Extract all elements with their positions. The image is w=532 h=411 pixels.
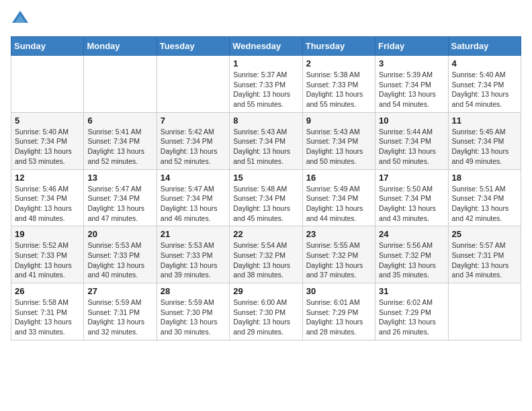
day-number: 18 (452, 173, 517, 183)
day-number: 11 (452, 116, 517, 126)
day-number: 1 (233, 58, 298, 68)
calendar-cell: 31Sunrise: 6:02 AMSunset: 7:29 PMDayligh… (375, 283, 448, 340)
day-info: Sunrise: 5:57 AMSunset: 7:31 PMDaylight:… (452, 240, 517, 280)
calendar-cell: 30Sunrise: 6:01 AMSunset: 7:29 PMDayligh… (302, 283, 375, 340)
calendar-cell: 8Sunrise: 5:43 AMSunset: 7:34 PMDaylight… (230, 112, 302, 169)
logo (11, 11, 32, 30)
calendar-cell: 7Sunrise: 5:42 AMSunset: 7:34 PMDaylight… (157, 112, 229, 169)
day-info: Sunrise: 5:42 AMSunset: 7:34 PMDaylight:… (161, 127, 226, 167)
calendar-header-row: SundayMondayTuesdayWednesdayThursdayFrid… (11, 37, 521, 56)
day-number: 10 (379, 116, 444, 126)
calendar-cell: 6Sunrise: 5:41 AMSunset: 7:34 PMDaylight… (84, 112, 157, 169)
day-info: Sunrise: 5:54 AMSunset: 7:32 PMDaylight:… (233, 240, 298, 280)
calendar-cell (84, 56, 157, 113)
day-info: Sunrise: 5:39 AMSunset: 7:34 PMDaylight:… (379, 70, 444, 109)
calendar-cell: 15Sunrise: 5:48 AMSunset: 7:34 PMDayligh… (230, 169, 302, 226)
day-number: 26 (15, 286, 80, 296)
calendar-cell: 26Sunrise: 5:58 AMSunset: 7:31 PMDayligh… (11, 283, 84, 340)
calendar-cell: 1Sunrise: 5:37 AMSunset: 7:33 PMDaylight… (230, 56, 302, 113)
day-number: 15 (233, 173, 298, 183)
day-number: 28 (161, 286, 226, 296)
day-number: 20 (87, 229, 152, 239)
page-header (11, 11, 521, 30)
day-number: 25 (452, 229, 517, 239)
weekday-header: Monday (84, 37, 157, 56)
day-number: 14 (161, 173, 226, 183)
weekday-header: Tuesday (157, 37, 229, 56)
day-number: 2 (306, 58, 371, 68)
day-info: Sunrise: 5:43 AMSunset: 7:34 PMDaylight:… (306, 127, 371, 167)
day-info: Sunrise: 5:41 AMSunset: 7:34 PMDaylight:… (87, 127, 152, 167)
calendar-cell (448, 283, 521, 340)
calendar-cell: 27Sunrise: 5:59 AMSunset: 7:31 PMDayligh… (84, 283, 157, 340)
day-info: Sunrise: 5:55 AMSunset: 7:32 PMDaylight:… (306, 240, 371, 280)
calendar-cell: 24Sunrise: 5:56 AMSunset: 7:32 PMDayligh… (375, 226, 448, 283)
day-number: 17 (379, 173, 444, 183)
calendar-cell: 20Sunrise: 5:53 AMSunset: 7:33 PMDayligh… (84, 226, 157, 283)
day-number: 23 (306, 229, 371, 239)
day-info: Sunrise: 5:43 AMSunset: 7:34 PMDaylight:… (233, 127, 298, 167)
calendar-cell: 23Sunrise: 5:55 AMSunset: 7:32 PMDayligh… (302, 226, 375, 283)
day-number: 24 (379, 229, 444, 239)
day-info: Sunrise: 5:59 AMSunset: 7:31 PMDaylight:… (87, 298, 152, 337)
day-info: Sunrise: 5:59 AMSunset: 7:30 PMDaylight:… (161, 298, 226, 337)
calendar-cell: 2Sunrise: 5:38 AMSunset: 7:33 PMDaylight… (302, 56, 375, 113)
calendar-cell: 22Sunrise: 5:54 AMSunset: 7:32 PMDayligh… (230, 226, 302, 283)
calendar-week-row: 1Sunrise: 5:37 AMSunset: 7:33 PMDaylight… (11, 56, 521, 113)
calendar-cell: 14Sunrise: 5:47 AMSunset: 7:34 PMDayligh… (157, 169, 229, 226)
calendar-cell: 11Sunrise: 5:45 AMSunset: 7:34 PMDayligh… (448, 112, 521, 169)
day-number: 4 (452, 58, 517, 68)
day-number: 30 (306, 286, 371, 296)
day-number: 16 (306, 173, 371, 183)
day-info: Sunrise: 5:48 AMSunset: 7:34 PMDaylight:… (233, 184, 298, 224)
day-info: Sunrise: 5:52 AMSunset: 7:33 PMDaylight:… (15, 240, 80, 280)
day-info: Sunrise: 6:00 AMSunset: 7:30 PMDaylight:… (233, 298, 298, 337)
day-number: 9 (306, 116, 371, 126)
day-number: 27 (87, 286, 152, 296)
day-info: Sunrise: 5:51 AMSunset: 7:34 PMDaylight:… (452, 184, 517, 224)
calendar-cell: 13Sunrise: 5:47 AMSunset: 7:34 PMDayligh… (84, 169, 157, 226)
day-info: Sunrise: 5:45 AMSunset: 7:34 PMDaylight:… (452, 127, 517, 167)
day-number: 22 (233, 229, 298, 239)
weekday-header: Sunday (11, 37, 84, 56)
weekday-header: Thursday (302, 37, 375, 56)
calendar-cell: 21Sunrise: 5:53 AMSunset: 7:33 PMDayligh… (157, 226, 229, 283)
calendar-cell: 16Sunrise: 5:49 AMSunset: 7:34 PMDayligh… (302, 169, 375, 226)
day-info: Sunrise: 5:53 AMSunset: 7:33 PMDaylight:… (161, 240, 226, 280)
day-info: Sunrise: 5:44 AMSunset: 7:34 PMDaylight:… (379, 127, 444, 167)
calendar-week-row: 12Sunrise: 5:46 AMSunset: 7:34 PMDayligh… (11, 169, 521, 226)
weekday-header: Saturday (448, 37, 521, 56)
calendar-cell: 3Sunrise: 5:39 AMSunset: 7:34 PMDaylight… (375, 56, 448, 113)
logo-icon (11, 9, 30, 28)
calendar-cell: 28Sunrise: 5:59 AMSunset: 7:30 PMDayligh… (157, 283, 229, 340)
day-number: 13 (87, 173, 152, 183)
day-info: Sunrise: 5:38 AMSunset: 7:33 PMDaylight:… (306, 70, 371, 109)
calendar-cell: 17Sunrise: 5:50 AMSunset: 7:34 PMDayligh… (375, 169, 448, 226)
day-info: Sunrise: 5:40 AMSunset: 7:34 PMDaylight:… (15, 127, 80, 167)
day-info: Sunrise: 5:47 AMSunset: 7:34 PMDaylight:… (161, 184, 226, 224)
calendar-week-row: 26Sunrise: 5:58 AMSunset: 7:31 PMDayligh… (11, 283, 521, 340)
day-number: 19 (15, 229, 80, 239)
day-number: 8 (233, 116, 298, 126)
calendar-cell: 4Sunrise: 5:40 AMSunset: 7:34 PMDaylight… (448, 56, 521, 113)
day-info: Sunrise: 5:40 AMSunset: 7:34 PMDaylight:… (452, 70, 517, 109)
day-number: 6 (87, 116, 152, 126)
day-number: 12 (15, 173, 80, 183)
day-info: Sunrise: 5:53 AMSunset: 7:33 PMDaylight:… (87, 240, 152, 280)
day-info: Sunrise: 5:50 AMSunset: 7:34 PMDaylight:… (379, 184, 444, 224)
calendar-table: SundayMondayTuesdayWednesdayThursdayFrid… (11, 36, 521, 340)
day-info: Sunrise: 6:02 AMSunset: 7:29 PMDaylight:… (379, 298, 444, 337)
day-number: 7 (161, 116, 226, 126)
day-info: Sunrise: 5:56 AMSunset: 7:32 PMDaylight:… (379, 240, 444, 280)
calendar-cell: 19Sunrise: 5:52 AMSunset: 7:33 PMDayligh… (11, 226, 84, 283)
weekday-header: Friday (375, 37, 448, 56)
day-info: Sunrise: 5:37 AMSunset: 7:33 PMDaylight:… (233, 70, 298, 109)
day-number: 29 (233, 286, 298, 296)
calendar-cell: 10Sunrise: 5:44 AMSunset: 7:34 PMDayligh… (375, 112, 448, 169)
day-info: Sunrise: 6:01 AMSunset: 7:29 PMDaylight:… (306, 298, 371, 337)
day-number: 31 (379, 286, 444, 296)
day-info: Sunrise: 5:58 AMSunset: 7:31 PMDaylight:… (15, 298, 80, 337)
calendar-cell (11, 56, 84, 113)
day-info: Sunrise: 5:47 AMSunset: 7:34 PMDaylight:… (87, 184, 152, 224)
calendar-cell: 12Sunrise: 5:46 AMSunset: 7:34 PMDayligh… (11, 169, 84, 226)
